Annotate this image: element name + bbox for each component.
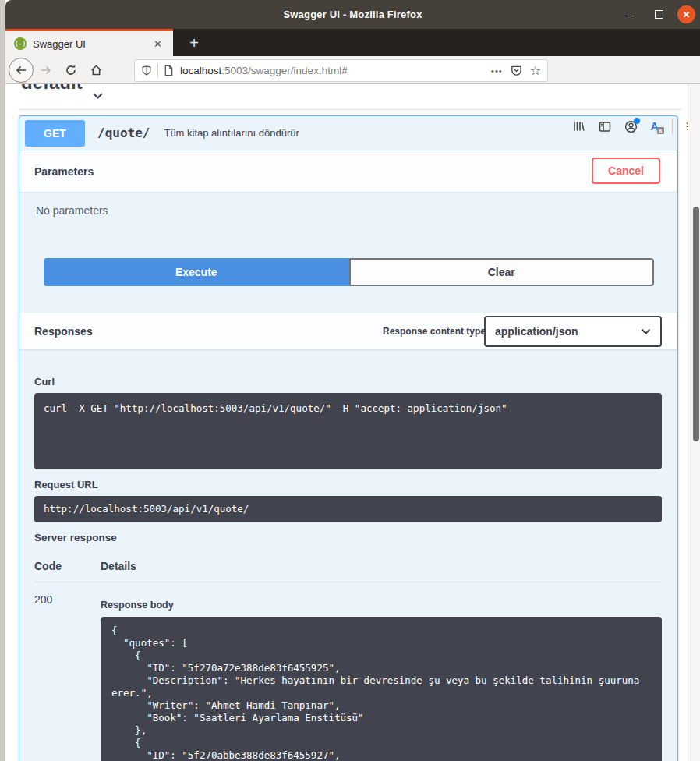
maximize-icon[interactable] <box>649 5 668 24</box>
operation-description: Tüm kitap alıntılarını döndürür <box>164 127 299 139</box>
section-divider <box>19 109 681 110</box>
bookmark-star-icon[interactable]: ☆ <box>530 63 541 78</box>
tag-section-title[interactable]: default <box>21 84 83 94</box>
firefox-window: Swagger UI - Mozilla Firefox – ✕ (-) Swa… <box>0 0 700 761</box>
forward-icon[interactable] <box>40 64 52 76</box>
response-body-label: Response body <box>101 600 174 611</box>
operation-path: /quote/ <box>97 126 150 140</box>
execute-button[interactable]: Execute <box>44 258 349 286</box>
page-actions-icon[interactable]: ••• <box>491 66 503 76</box>
tab-bar: (-) Swagger UI ✕ + <box>5 29 700 56</box>
details-column-header: Details <box>101 560 136 572</box>
opblock-get-quote: GET /quote/ Tüm kitap alıntılarını döndü… <box>19 115 678 761</box>
window-titlebar[interactable]: Swagger UI - Mozilla Firefox – ✕ <box>5 0 700 29</box>
parameters-header: Parameters Cancel <box>19 150 677 192</box>
tab-swagger-ui[interactable]: (-) Swagger UI ✕ <box>5 29 173 56</box>
reload-icon[interactable] <box>65 64 77 76</box>
desktop-edge <box>0 0 5 761</box>
response-content-type-select[interactable]: application/json <box>484 316 662 347</box>
code-column-header: Code <box>34 560 62 572</box>
status-code: 200 <box>34 593 52 606</box>
server-response-label: Server response <box>34 532 117 543</box>
translate-extension-icon[interactable]: A a <box>651 120 659 133</box>
urlbar-divider <box>157 64 158 77</box>
toolbar-right-icons: A a ≡ <box>572 112 695 140</box>
method-badge: GET <box>25 120 85 147</box>
table-divider <box>34 582 662 582</box>
tab-close-icon[interactable]: ✕ <box>149 37 167 51</box>
responses-title: Responses <box>34 325 93 338</box>
library-icon[interactable] <box>572 120 585 133</box>
minimize-icon[interactable]: – <box>621 5 640 24</box>
select-chevron-down-icon <box>641 325 651 338</box>
no-parameters-text: No parameters <box>36 204 108 217</box>
window-title: Swagger UI - Mozilla Firefox <box>283 9 422 20</box>
cancel-button[interactable]: Cancel <box>592 158 660 184</box>
responses-header: Responses Response content type applicat… <box>19 313 677 349</box>
swagger-favicon-icon: (-) <box>14 37 27 50</box>
curl-label: Curl <box>34 376 55 388</box>
url-host: localhost <box>180 65 221 76</box>
account-icon[interactable] <box>624 120 638 133</box>
response-content-type-label: Response content type <box>383 326 486 337</box>
execute-row: Execute Clear <box>44 258 654 286</box>
request-url-value: http://localhost:5003/api/v1/quote/ <box>34 496 662 522</box>
url-bar[interactable]: localhost :5003/swagger/index.html# ••• … <box>134 59 548 82</box>
url-path: :5003/swagger/index.html# <box>221 65 347 76</box>
back-icon[interactable] <box>9 58 34 83</box>
shield-permissions-icon[interactable] <box>141 65 152 76</box>
parameters-title: Parameters <box>34 165 94 178</box>
notification-dot <box>634 118 640 124</box>
window-controls: – ✕ <box>621 0 700 29</box>
toolbar-separator <box>672 119 673 134</box>
request-url-label: Request URL <box>34 479 98 490</box>
scrollbar-thumb[interactable] <box>693 207 699 441</box>
curl-command[interactable]: curl -X GET "http://localhost:5003/api/v… <box>34 393 662 469</box>
clear-button[interactable]: Clear <box>349 258 655 286</box>
navigation-toolbar: localhost :5003/swagger/index.html# ••• … <box>5 56 700 84</box>
home-icon[interactable] <box>90 64 103 76</box>
response-body-json[interactable]: { "quotes": [ { "ID": "5f270a72e388de83f… <box>101 617 662 761</box>
chevron-down-icon[interactable] <box>92 89 104 103</box>
swagger-page: default GET /quote/ Tüm kitap alıntıları… <box>5 84 688 761</box>
pocket-icon[interactable] <box>511 65 522 76</box>
close-icon[interactable]: ✕ <box>677 5 695 23</box>
selected-content-type: application/json <box>495 325 578 338</box>
tab-title: Swagger UI <box>33 38 149 50</box>
new-tab-button[interactable]: + <box>183 32 205 54</box>
sidebar-icon[interactable] <box>599 121 611 133</box>
page-info-icon[interactable] <box>164 65 174 76</box>
